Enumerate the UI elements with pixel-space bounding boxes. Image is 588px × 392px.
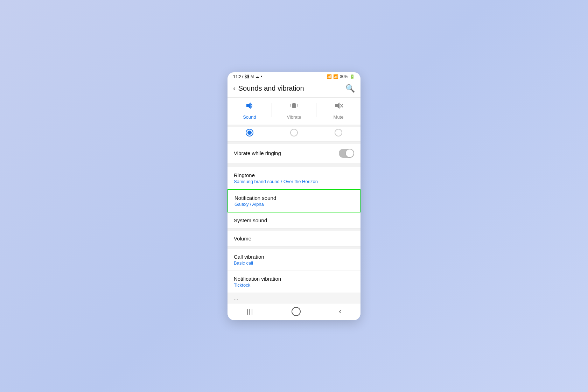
volume-item[interactable]: Volume [227, 231, 360, 247]
system-sound-item[interactable]: System sound [227, 212, 360, 229]
toggle-knob [346, 149, 354, 157]
more-hint: ... [234, 295, 238, 301]
radio-sound-inner [247, 131, 252, 135]
battery-text: 30% [340, 74, 348, 79]
mute-label: Mute [334, 114, 344, 120]
vibrate-icon [289, 101, 299, 112]
more-item: ... [227, 293, 360, 303]
status-time: 11:27 [233, 74, 244, 79]
ringtone-item[interactable]: Ringtone Samsung brand sound / Over the … [227, 167, 360, 189]
radio-sound[interactable] [227, 129, 272, 136]
status-right: 📶 📶 30% 🔋 [327, 74, 355, 79]
battery-icon: 🔋 [350, 74, 355, 79]
call-vibration-item[interactable]: Call vibration Basic call [227, 249, 360, 271]
notification-sound-subtitle: Galaxy / Alpha [234, 202, 276, 207]
sound-label: Sound [243, 114, 256, 120]
call-vibration-title: Call vibration [234, 254, 264, 260]
signal-icon: 📶 [333, 74, 338, 79]
mode-mute[interactable]: Mute [316, 101, 360, 120]
notification-sound-text: Notification sound Galaxy / Alpha [234, 195, 276, 207]
back-button[interactable]: ‹ [233, 84, 236, 92]
system-sound-text: System sound [234, 217, 267, 223]
notification-vibration-text: Notification vibration Ticktock [234, 276, 281, 288]
svg-rect-1 [292, 103, 296, 108]
status-cloud-icon: ☁ [255, 74, 259, 79]
notification-vibration-title: Notification vibration [234, 276, 281, 282]
vibrate-while-ringing-item[interactable]: Vibrate while ringing [227, 144, 360, 163]
sound-icon [245, 101, 254, 112]
ringtone-title: Ringtone [234, 172, 318, 178]
page-title: Sounds and vibration [238, 84, 304, 92]
volume-title: Volume [234, 236, 251, 241]
phone-frame: 11:27 🖼 M ☁ • 📶 📶 30% 🔋 ‹ Sounds and vib… [227, 72, 360, 320]
nav-bar: ||| ‹ [227, 303, 360, 320]
system-sound-title: System sound [234, 217, 267, 223]
nav-home-button[interactable] [292, 307, 301, 316]
ringtone-subtitle: Samsung brand sound / Over the Horizon [234, 179, 318, 184]
notification-vibration-item[interactable]: Notification vibration Ticktock [227, 271, 360, 293]
header-left: ‹ Sounds and vibration [233, 84, 304, 92]
sound-mode-selector: Sound Vibrate [227, 98, 360, 125]
mode-sound[interactable]: Sound [227, 101, 272, 120]
call-vibration-subtitle: Basic call [234, 260, 264, 266]
mute-icon [334, 101, 343, 112]
notification-vibration-subtitle: Ticktock [234, 282, 281, 288]
vibrate-while-ringing-label: Vibrate while ringing [234, 150, 281, 156]
nav-menu-button[interactable]: ||| [246, 308, 253, 315]
status-gallery-icon: 🖼 [245, 74, 249, 79]
page-header: ‹ Sounds and vibration 🔍 [227, 80, 360, 98]
nav-back-button[interactable]: ‹ [339, 307, 341, 316]
notification-sound-item[interactable]: Notification sound Galaxy / Alpha [227, 189, 360, 212]
radio-vibrate-outer[interactable] [290, 129, 298, 136]
svg-marker-8 [335, 103, 340, 109]
radio-row [227, 127, 360, 142]
status-left: 11:27 🖼 M ☁ • [233, 74, 262, 79]
wifi-icon: 📶 [327, 74, 332, 79]
radio-mute[interactable] [316, 129, 360, 136]
volume-text: Volume [234, 236, 251, 241]
ringtone-text: Ringtone Samsung brand sound / Over the … [234, 172, 318, 184]
vibrate-label: Vibrate [287, 114, 301, 120]
call-vibration-text: Call vibration Basic call [234, 254, 264, 266]
mode-vibrate[interactable]: Vibrate [272, 101, 316, 120]
status-mail-icon: M [251, 75, 254, 79]
settings-list: Ringtone Samsung brand sound / Over the … [227, 167, 360, 303]
svg-marker-0 [246, 103, 251, 109]
status-dot: • [261, 74, 262, 79]
radio-vibrate[interactable] [272, 129, 316, 136]
radio-sound-outer[interactable] [246, 129, 253, 136]
status-bar: 11:27 🖼 M ☁ • 📶 📶 30% 🔋 [227, 72, 360, 80]
search-button[interactable]: 🔍 [345, 84, 355, 93]
vibrate-toggle[interactable] [339, 149, 354, 158]
radio-mute-outer[interactable] [335, 129, 342, 136]
notification-sound-title: Notification sound [234, 195, 276, 201]
